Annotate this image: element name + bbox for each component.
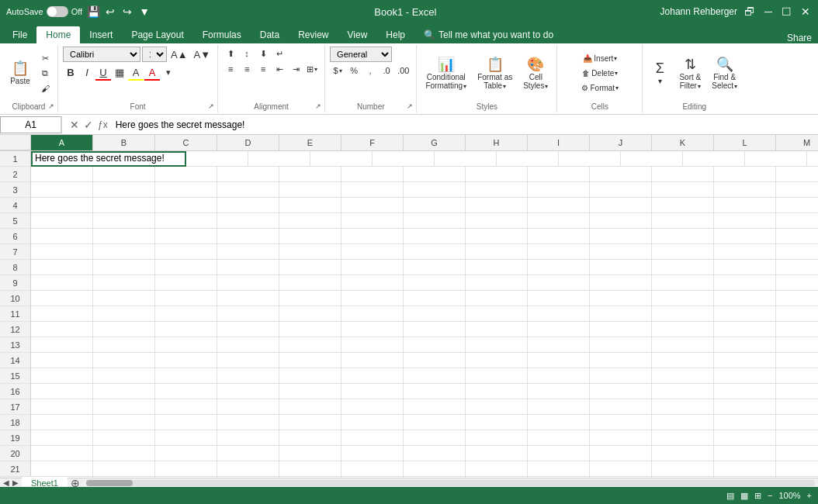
underline-button[interactable]: U <box>95 65 111 80</box>
cell-F12[interactable] <box>341 322 404 337</box>
cell-G6[interactable] <box>404 229 466 244</box>
cell-M17[interactable] <box>776 399 818 415</box>
cell-M11[interactable] <box>776 306 818 322</box>
cell-K9[interactable] <box>652 275 714 291</box>
cell-I18[interactable] <box>528 415 590 430</box>
cell-M9[interactable] <box>776 275 818 291</box>
cell-L11[interactable] <box>714 306 776 322</box>
cell-A1[interactable]: Here goes the secret message! <box>31 151 186 167</box>
cell-A15[interactable] <box>31 368 93 384</box>
tab-home[interactable]: Home <box>36 26 80 43</box>
cell-I20[interactable] <box>528 446 590 461</box>
cell-L2[interactable] <box>714 167 776 182</box>
cell-C21[interactable] <box>155 461 217 477</box>
cell-A20[interactable] <box>31 446 93 461</box>
col-header-C[interactable]: C <box>155 135 217 150</box>
cell-K1[interactable] <box>745 151 807 167</box>
cell-E12[interactable] <box>279 322 341 337</box>
cell-F17[interactable] <box>341 399 404 415</box>
cell-L3[interactable] <box>714 182 776 198</box>
cell-A7[interactable] <box>31 244 93 260</box>
cell-I6[interactable] <box>528 229 590 244</box>
cell-H14[interactable] <box>466 353 528 368</box>
cell-D18[interactable] <box>217 415 279 430</box>
cell-G16[interactable] <box>404 384 466 399</box>
cell-B4[interactable] <box>93 198 155 213</box>
redo-button[interactable]: ↪ <box>121 5 133 18</box>
cell-M21[interactable] <box>776 461 818 477</box>
align-right-button[interactable]: ≡ <box>255 62 271 76</box>
cell-I13[interactable] <box>528 337 590 353</box>
cell-M14[interactable] <box>776 353 818 368</box>
cell-L6[interactable] <box>714 229 776 244</box>
increase-decimal-button[interactable]: .00 <box>395 64 411 78</box>
cell-I14[interactable] <box>528 353 590 368</box>
cell-L20[interactable] <box>714 446 776 461</box>
cell-I21[interactable] <box>528 461 590 477</box>
cell-H1[interactable] <box>559 151 621 167</box>
cell-F15[interactable] <box>341 368 404 384</box>
cell-H20[interactable] <box>466 446 528 461</box>
cell-C12[interactable] <box>155 322 217 337</box>
cell-C8[interactable] <box>155 260 217 275</box>
cell-F13[interactable] <box>341 337 404 353</box>
undo-button[interactable]: ↩ <box>104 5 116 18</box>
cell-E16[interactable] <box>279 384 341 399</box>
cell-F14[interactable] <box>341 353 404 368</box>
cell-K12[interactable] <box>652 322 714 337</box>
cell-E3[interactable] <box>279 182 341 198</box>
cell-M4[interactable] <box>776 198 818 213</box>
cell-K8[interactable] <box>652 260 714 275</box>
cell-E19[interactable] <box>279 430 341 446</box>
maximize-button[interactable]: ☐ <box>781 5 793 18</box>
cell-K14[interactable] <box>652 353 714 368</box>
share-button[interactable]: Share <box>787 33 815 43</box>
customize-quick-access-button[interactable]: ▼ <box>138 5 151 18</box>
cell-E21[interactable] <box>279 461 341 477</box>
cell-C14[interactable] <box>155 353 217 368</box>
cell-M6[interactable] <box>776 229 818 244</box>
cell-G8[interactable] <box>404 260 466 275</box>
cell-H21[interactable] <box>466 461 528 477</box>
cell-L5[interactable] <box>714 213 776 229</box>
cell-E10[interactable] <box>279 291 341 306</box>
cell-E7[interactable] <box>279 244 341 260</box>
cell-B18[interactable] <box>93 415 155 430</box>
merge-cells-button[interactable]: ⊞▾ <box>304 62 320 76</box>
decrease-font-button[interactable]: A▼ <box>192 47 213 62</box>
cell-B2[interactable] <box>93 167 155 182</box>
cell-B12[interactable] <box>93 322 155 337</box>
cell-D2[interactable] <box>217 167 279 182</box>
cell-J21[interactable] <box>590 461 652 477</box>
cell-I15[interactable] <box>528 368 590 384</box>
cell-H7[interactable] <box>466 244 528 260</box>
cell-I19[interactable] <box>528 430 590 446</box>
cell-E11[interactable] <box>279 306 341 322</box>
cell-E8[interactable] <box>279 260 341 275</box>
cell-B1[interactable] <box>186 151 248 167</box>
cell-J14[interactable] <box>590 353 652 368</box>
cell-J1[interactable] <box>683 151 745 167</box>
cell-D11[interactable] <box>217 306 279 322</box>
cell-reference-box[interactable] <box>0 116 62 133</box>
zoom-out-button[interactable]: − <box>768 491 772 500</box>
cell-E4[interactable] <box>279 198 341 213</box>
cell-B11[interactable] <box>93 306 155 322</box>
cell-D7[interactable] <box>217 244 279 260</box>
font-size-select[interactable]: 11 <box>142 47 167 62</box>
cell-A10[interactable] <box>31 291 93 306</box>
wrap-text-button[interactable]: ↵ <box>272 47 287 60</box>
paste-button[interactable]: 📋 Paste <box>5 59 36 88</box>
increase-indent-button[interactable]: ⇥ <box>288 62 303 76</box>
align-center-button[interactable]: ≡ <box>239 62 255 76</box>
cell-J6[interactable] <box>590 229 652 244</box>
cell-A6[interactable] <box>31 229 93 244</box>
cell-M16[interactable] <box>776 384 818 399</box>
cell-J3[interactable] <box>590 182 652 198</box>
number-expand-button[interactable]: ↗ <box>405 102 414 111</box>
cell-M5[interactable] <box>776 213 818 229</box>
font-color-button[interactable]: A <box>144 65 160 80</box>
cell-B5[interactable] <box>93 213 155 229</box>
cell-F8[interactable] <box>341 260 404 275</box>
cell-F10[interactable] <box>341 291 404 306</box>
